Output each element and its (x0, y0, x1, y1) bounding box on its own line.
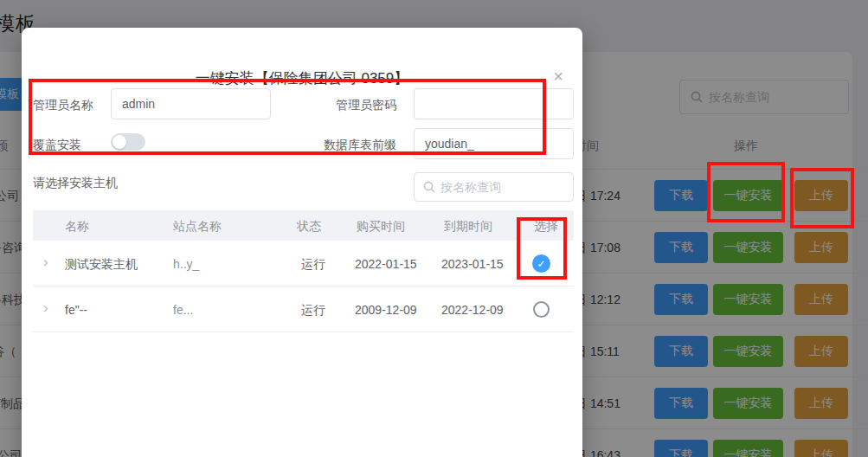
db-prefix-input[interactable] (414, 128, 574, 159)
host-status: 运行 (301, 303, 325, 319)
expand-arrow-icon[interactable]: › (43, 299, 48, 317)
host-table: 名称 站点名称 状态 购买时间 到期时间 选择 › 测试安装主机 h..y_ 运… (33, 210, 574, 332)
host-row: › fe"-- fe... 运行 2009-12-09 2022-12-09 (33, 286, 574, 332)
select-host-label: 请选择安装主机 (33, 176, 118, 191)
host-name: 测试安装主机 (65, 257, 138, 273)
overwrite-install-label: 覆盖安装 (33, 138, 81, 153)
host-name: fe"-- (65, 303, 87, 317)
host-row: › 测试安装主机 h..y_ 运行 2022-01-15 2023-01-15 … (33, 241, 574, 286)
host-table-header: 名称 站点名称 状态 购买时间 到期时间 选择 (33, 210, 574, 241)
host-site: fe... (173, 303, 193, 317)
header-site: 站点名称 (173, 219, 222, 235)
db-prefix-field-wrap (414, 128, 574, 159)
admin-password-field-wrap (414, 88, 574, 119)
admin-name-field-wrap (111, 88, 271, 119)
header-buy-time: 购买时间 (357, 219, 405, 235)
screen: 模板 模板 预 时间 操作 集团公司 日 17:24 下载 一键安装 上传 商务… (0, 0, 868, 457)
header-status: 状态 (297, 219, 321, 235)
host-buy-time: 2022-01-15 (355, 257, 417, 271)
admin-name-label: 管理员名称 (33, 98, 93, 113)
radio-unselected-icon[interactable] (533, 301, 550, 318)
admin-password-label: 管理员密码 (336, 98, 396, 113)
header-select: 选择 (534, 219, 558, 235)
radio-selected-icon[interactable]: ✓ (532, 254, 550, 273)
host-search-box[interactable] (414, 172, 574, 202)
host-site: h..y_ (173, 257, 199, 271)
overwrite-toggle[interactable] (111, 133, 145, 151)
host-search-input[interactable] (440, 180, 553, 194)
host-status: 运行 (301, 257, 325, 273)
dialog-title: 一键安装【保险集团公司 0359】 (22, 68, 582, 88)
admin-name-input[interactable] (111, 88, 271, 119)
toggle-knob (113, 135, 126, 149)
close-icon[interactable]: × (553, 68, 563, 85)
install-dialog: 一键安装【保险集团公司 0359】 × 管理员名称 管理员密码 覆盖安装 数据库… (22, 28, 582, 457)
header-expire-time: 到期时间 (444, 219, 492, 235)
expand-arrow-icon[interactable]: › (43, 254, 48, 271)
header-name: 名称 (65, 219, 89, 235)
host-expire-time: 2022-12-09 (441, 303, 504, 317)
admin-password-input[interactable] (414, 88, 574, 119)
host-expire-time: 2023-01-15 (441, 257, 504, 271)
search-icon (423, 181, 435, 193)
host-buy-time: 2009-12-09 (355, 303, 417, 317)
db-prefix-label: 数据库表前缀 (324, 138, 396, 153)
